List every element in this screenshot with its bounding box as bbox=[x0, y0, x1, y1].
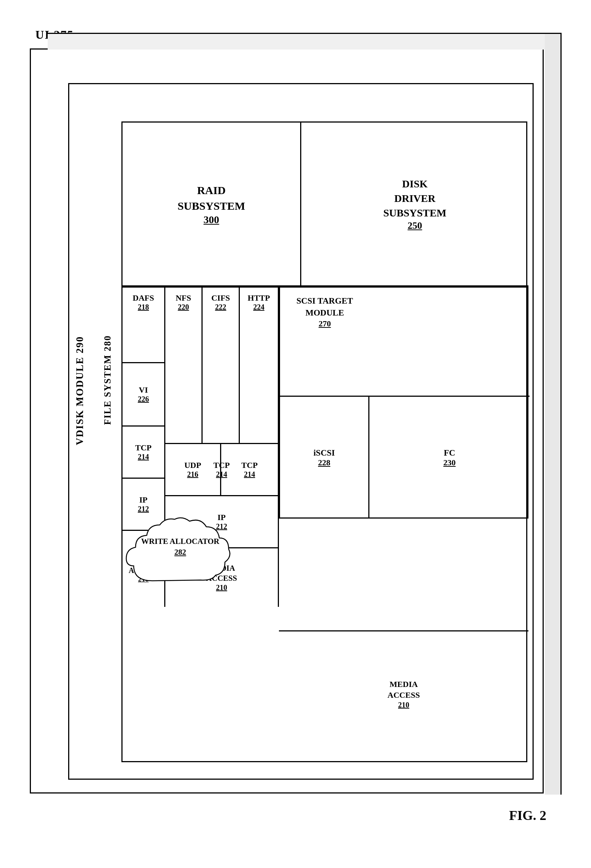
http-label: HTTP bbox=[248, 293, 270, 303]
scsi-label-area: SCSI TARGETMODULE 270 bbox=[284, 295, 366, 329]
tcp-dafs-box: TCP 214 bbox=[122, 425, 164, 478]
disk-number: 250 bbox=[408, 220, 422, 231]
vi-number: 226 bbox=[138, 395, 149, 403]
outer-box-top bbox=[48, 33, 562, 50]
fc-number: 230 bbox=[444, 458, 456, 468]
outer-box-front: VDISK MODULE 290 FILE SYSTEM 280 RAIDSUB… bbox=[30, 49, 544, 794]
raid-number: 300 bbox=[204, 214, 220, 226]
scsi-lower-section: MEDIAACCESS 210 bbox=[279, 517, 528, 756]
media-scsi-label: MEDIAACCESS bbox=[388, 679, 420, 700]
page: UI 275 VDISK MODULE 290 FILE SYSTEM 280 … bbox=[0, 0, 591, 868]
http-number: 224 bbox=[253, 303, 264, 311]
nfs-label: NFS bbox=[176, 293, 192, 303]
vdisk-module-box: FILE SYSTEM 280 RAIDSUBSYSTEM 300 DISKDR… bbox=[68, 83, 534, 780]
dafs-number: 218 bbox=[122, 303, 164, 311]
fc-box: FC 230 bbox=[369, 396, 529, 518]
iscsi-number: 228 bbox=[318, 458, 330, 468]
scsi-label: SCSI TARGETMODULE bbox=[284, 295, 366, 319]
ip-dafs-label: IP bbox=[139, 495, 147, 505]
tcp2-number: 214 bbox=[244, 470, 255, 479]
udp-number: 216 bbox=[187, 470, 199, 479]
write-allocator-label: WRITE ALLOCATOR282 bbox=[130, 536, 230, 558]
raid-subsystem-box: RAIDSUBSYSTEM 300 bbox=[122, 123, 301, 286]
scsi-number: 270 bbox=[284, 319, 366, 329]
raid-label: RAIDSUBSYSTEM bbox=[178, 183, 245, 214]
nfs-col: NFS 220 bbox=[165, 286, 203, 443]
tcp2-box: TCP 214 bbox=[221, 443, 279, 495]
tcp-dafs-label: TCP bbox=[135, 443, 152, 453]
scsi-target-box: SCSI TARGETMODULE 270 iSCSI 228 FC 230 bbox=[279, 286, 528, 517]
cifs-label: CIFS bbox=[211, 293, 230, 303]
iscsi-label: iSCSI bbox=[314, 448, 335, 458]
udp-label: UDP bbox=[184, 461, 201, 470]
file-system-box: RAIDSUBSYSTEM 300 DISKDRIVERSUBSYSTEM 25… bbox=[121, 121, 527, 762]
fig-label: FIG. 2 bbox=[509, 807, 546, 823]
tcp2-label: TCP bbox=[241, 461, 258, 470]
nfs-number: 220 bbox=[178, 303, 189, 311]
tcp-dafs-number: 214 bbox=[138, 453, 149, 461]
outer-box-right bbox=[545, 33, 562, 795]
write-allocator-cloud: WRITE ALLOCATOR282 bbox=[122, 514, 238, 596]
cifs-number: 222 bbox=[215, 303, 226, 311]
iscsi-box: iSCSI 228 bbox=[280, 396, 369, 518]
vi-label: VI bbox=[139, 385, 148, 395]
vi-box: VI 226 bbox=[122, 362, 164, 425]
fc-label: FC bbox=[444, 448, 455, 458]
dafs-label-area: DAFS 218 bbox=[122, 293, 164, 311]
http-col: HTTP 224 bbox=[240, 286, 279, 443]
ip-dafs-number: 212 bbox=[138, 505, 149, 513]
disk-driver-box: DISKDRIVERSUBSYSTEM 250 bbox=[301, 123, 528, 286]
dafs-label: DAFS bbox=[122, 293, 164, 303]
media-scsi-box: MEDIAACCESS 210 bbox=[279, 630, 528, 757]
udp-box: UDP 216 bbox=[165, 443, 221, 495]
disk-label: DISKDRIVERSUBSYSTEM bbox=[383, 177, 447, 220]
file-system-label: FILE SYSTEM 280 bbox=[102, 335, 113, 425]
media-scsi-number: 210 bbox=[398, 701, 409, 709]
cifs-col: CIFS 222 bbox=[203, 286, 240, 443]
